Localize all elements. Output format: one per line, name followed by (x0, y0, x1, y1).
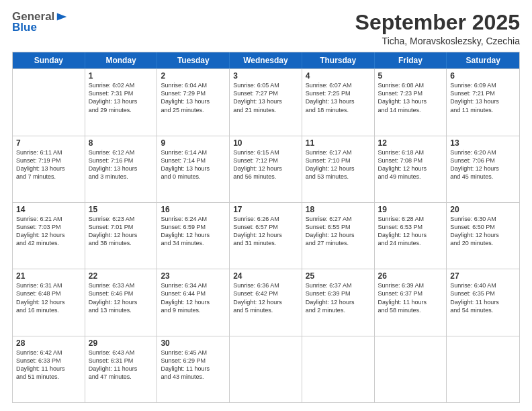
cell-text: Sunset: 6:50 PM (450, 223, 516, 231)
cell-text: Sunrise: 6:30 AM (450, 215, 516, 223)
cell-text: Daylight: 12 hours (89, 298, 154, 306)
cell-text: Daylight: 12 hours (233, 298, 298, 306)
calendar-cell: 27Sunrise: 6:40 AMSunset: 6:35 PMDayligh… (447, 269, 519, 335)
calendar-cell: 13Sunrise: 6:20 AMSunset: 7:06 PMDayligh… (447, 136, 519, 202)
calendar-cell: 5Sunrise: 6:08 AMSunset: 7:23 PMDaylight… (375, 69, 447, 135)
cell-text: and 14 minutes. (378, 106, 443, 114)
cell-text: Daylight: 12 hours (450, 165, 516, 173)
cell-text: Daylight: 12 hours (306, 231, 371, 239)
calendar-cell: 2Sunrise: 6:04 AMSunset: 7:29 PMDaylight… (157, 69, 230, 135)
cell-text: Sunrise: 6:08 AM (378, 81, 443, 89)
cell-text: Daylight: 11 hours (161, 365, 226, 373)
month-title: September 2025 (355, 11, 520, 34)
cell-text: Sunset: 7:21 PM (450, 89, 516, 97)
cell-text: Sunrise: 6:20 AM (450, 148, 516, 156)
cell-text: Sunset: 7:10 PM (306, 156, 371, 165)
cell-text: Sunrise: 6:40 AM (450, 281, 516, 289)
cell-text: Daylight: 11 hours (89, 365, 154, 373)
day-number: 12 (378, 138, 443, 148)
day-number: 8 (89, 138, 154, 148)
cell-text: Daylight: 13 hours (306, 97, 371, 105)
cell-text: Sunrise: 6:37 AM (306, 281, 371, 289)
calendar-header-tuesday: Tuesday (157, 52, 230, 68)
calendar-cell: 14Sunrise: 6:21 AMSunset: 7:03 PMDayligh… (13, 203, 85, 269)
calendar-cell: 28Sunrise: 6:42 AMSunset: 6:33 PMDayligh… (13, 336, 85, 402)
calendar-header-monday: Monday (85, 52, 158, 68)
cell-text: Sunset: 7:03 PM (16, 223, 81, 231)
cell-text: Sunrise: 6:09 AM (450, 81, 516, 89)
cell-text: and 0 minutes. (161, 173, 226, 181)
calendar-cell: 15Sunrise: 6:23 AMSunset: 7:01 PMDayligh… (85, 203, 158, 269)
calendar-cell: 6Sunrise: 6:09 AMSunset: 7:21 PMDaylight… (447, 69, 519, 135)
day-number: 2 (161, 71, 226, 81)
cell-text: Sunset: 7:27 PM (233, 89, 298, 97)
calendar-cell: 22Sunrise: 6:33 AMSunset: 6:46 PMDayligh… (85, 269, 158, 335)
calendar-week-2: 7Sunrise: 6:11 AMSunset: 7:19 PMDaylight… (13, 136, 519, 202)
cell-text: and 49 minutes. (378, 173, 443, 181)
day-number: 22 (89, 271, 154, 281)
cell-text: Sunset: 7:01 PM (89, 223, 154, 231)
calendar-cell (302, 336, 375, 402)
cell-text: and 2 minutes. (306, 306, 371, 314)
cell-text: and 38 minutes. (89, 239, 154, 247)
cell-text: Sunrise: 6:36 AM (233, 281, 298, 289)
cell-text: Daylight: 12 hours (306, 298, 371, 306)
cell-text: Daylight: 13 hours (16, 165, 81, 173)
cell-text: Sunset: 7:29 PM (161, 89, 226, 97)
cell-text: and 5 minutes. (233, 306, 298, 314)
cell-text: Sunset: 6:35 PM (450, 289, 516, 298)
cell-text: Daylight: 13 hours (89, 165, 154, 173)
cell-text: and 20 minutes. (450, 239, 516, 247)
day-number: 23 (161, 271, 226, 281)
cell-text: Sunrise: 6:21 AM (16, 215, 81, 223)
calendar-cell: 7Sunrise: 6:11 AMSunset: 7:19 PMDaylight… (13, 136, 85, 202)
cell-text: Daylight: 12 hours (161, 298, 226, 306)
cell-text: Sunset: 6:46 PM (89, 289, 154, 298)
day-number: 3 (233, 71, 298, 81)
calendar-cell: 10Sunrise: 6:15 AMSunset: 7:12 PMDayligh… (230, 136, 302, 202)
calendar-cell: 23Sunrise: 6:34 AMSunset: 6:44 PMDayligh… (157, 269, 230, 335)
day-number: 11 (306, 138, 371, 148)
calendar-cell: 25Sunrise: 6:37 AMSunset: 6:39 PMDayligh… (302, 269, 375, 335)
cell-text: Daylight: 12 hours (233, 165, 298, 173)
day-number: 6 (450, 71, 516, 81)
day-number: 28 (16, 338, 81, 348)
cell-text: Daylight: 11 hours (450, 298, 516, 306)
cell-text: and 24 minutes. (378, 239, 443, 247)
cell-text: Sunrise: 6:07 AM (306, 81, 371, 89)
cell-text: Daylight: 13 hours (233, 97, 298, 105)
cell-text: Sunset: 6:48 PM (16, 289, 81, 298)
cell-text: and 43 minutes. (161, 373, 226, 381)
calendar-cell (447, 336, 519, 402)
day-number: 21 (16, 271, 81, 281)
cell-text: Sunrise: 6:39 AM (378, 281, 443, 289)
page: General Blue September 2025 Ticha, Morav… (0, 0, 532, 411)
cell-text: Daylight: 12 hours (306, 165, 371, 173)
day-number: 19 (378, 205, 443, 214)
calendar-cell: 11Sunrise: 6:17 AMSunset: 7:10 PMDayligh… (302, 136, 375, 202)
calendar-cell: 17Sunrise: 6:26 AMSunset: 6:57 PMDayligh… (230, 203, 302, 269)
location: Ticha, Moravskoslezsky, Czechia (355, 36, 520, 46)
calendar-cell: 30Sunrise: 6:45 AMSunset: 6:29 PMDayligh… (157, 336, 230, 402)
cell-text: Daylight: 12 hours (161, 231, 226, 239)
cell-text: Sunset: 6:55 PM (306, 223, 371, 231)
cell-text: and 51 minutes. (16, 373, 81, 381)
day-number: 1 (89, 71, 154, 81)
day-number: 24 (233, 271, 298, 281)
calendar-cell: 4Sunrise: 6:07 AMSunset: 7:25 PMDaylight… (302, 69, 375, 135)
cell-text: Daylight: 13 hours (450, 97, 516, 105)
cell-text: Daylight: 12 hours (378, 165, 443, 173)
day-number: 5 (378, 71, 443, 81)
cell-text: Daylight: 12 hours (378, 231, 443, 239)
cell-text: Daylight: 13 hours (89, 97, 154, 105)
cell-text: Daylight: 12 hours (16, 298, 81, 306)
cell-text: Sunset: 6:44 PM (161, 289, 226, 298)
cell-text: Sunrise: 6:17 AM (306, 148, 371, 156)
calendar-cell (230, 336, 302, 402)
calendar-cell: 29Sunrise: 6:43 AMSunset: 6:31 PMDayligh… (85, 336, 158, 402)
cell-text: Sunset: 6:57 PM (233, 223, 298, 231)
cell-text: Sunset: 6:42 PM (233, 289, 298, 298)
header: General Blue September 2025 Ticha, Morav… (12, 11, 520, 46)
day-number: 25 (306, 271, 371, 281)
day-number: 13 (450, 138, 516, 148)
